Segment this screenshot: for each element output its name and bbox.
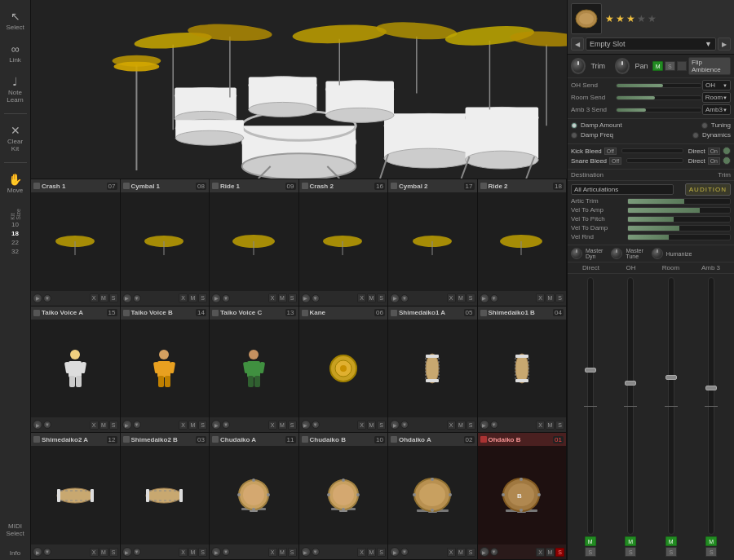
pad-ride2-image[interactable]	[478, 192, 567, 291]
pad-tvC-image[interactable]	[210, 320, 298, 418]
cymbal1-s-btn[interactable]: S	[198, 293, 207, 302]
amb3-fader[interactable]	[708, 277, 714, 535]
crash2-s-btn[interactable]: S	[377, 293, 386, 302]
ohdB-x-btn[interactable]: X	[536, 548, 545, 557]
kick-bleed-fader[interactable]	[621, 148, 683, 153]
room-fader[interactable]	[668, 277, 674, 535]
pad-ride1-image[interactable]	[210, 192, 298, 291]
kick-bleed-off-btn[interactable]: Off	[604, 148, 617, 155]
shime2a-down-btn[interactable]: ▼	[43, 548, 51, 556]
pad-chudA-image[interactable]	[210, 446, 298, 545]
ohdA-x-btn[interactable]: X	[447, 548, 456, 557]
shime2a-x-btn[interactable]: X	[90, 548, 99, 557]
chudA-x-btn[interactable]: X	[268, 548, 277, 557]
pad-shime1b-image[interactable]	[478, 320, 567, 418]
ride1-s-btn[interactable]: S	[288, 293, 297, 302]
ohdA-play-btn[interactable]: ▶	[390, 547, 400, 557]
oh-fader[interactable]	[627, 277, 634, 535]
kane-down-btn[interactable]: ▼	[312, 421, 320, 429]
direct-s-btn[interactable]: S	[585, 547, 596, 557]
kit-size-22[interactable]: 22	[10, 238, 21, 247]
master-dyn-knob[interactable]	[571, 248, 582, 259]
sidebar-item-link[interactable]: ∞ Link	[2, 39, 29, 67]
ohdB-down-btn[interactable]: ▼	[490, 548, 498, 556]
pad-ohdA-image[interactable]	[388, 446, 477, 545]
pad-tvB-image[interactable]	[121, 320, 210, 418]
shime1b-down-btn[interactable]: ▼	[490, 421, 498, 429]
pan-knob[interactable]	[615, 58, 630, 74]
tvB-m-btn[interactable]: M	[188, 421, 197, 430]
crash1-s-btn[interactable]: S	[109, 293, 118, 302]
ohdA-m-btn[interactable]: M	[457, 548, 466, 557]
pad-crash1-image[interactable]	[31, 192, 120, 291]
sidebar-item-select[interactable]: ↖ Select	[2, 7, 29, 34]
sidebar-item-note-learn[interactable]: ♩ NoteLearn	[2, 72, 29, 107]
amb3-send-dest[interactable]: Amb3 ▼	[702, 104, 731, 115]
oh-send-fader[interactable]	[616, 83, 702, 88]
cymbal2-down-btn[interactable]: ▼	[400, 294, 409, 302]
amb3-m-btn[interactable]: M	[705, 536, 717, 546]
kane-x-btn[interactable]: X	[357, 421, 366, 430]
tvB-down-btn[interactable]: ▼	[133, 421, 141, 429]
tvC-x-btn[interactable]: X	[268, 421, 277, 430]
room-send-dest[interactable]: Room ▼	[702, 92, 731, 103]
vel-amp-bar[interactable]	[627, 207, 731, 214]
kane-s-btn[interactable]: S	[377, 421, 386, 430]
room-s-btn[interactable]: S	[665, 547, 677, 557]
room-m-btn[interactable]: M	[665, 536, 677, 546]
tuning-radio[interactable]	[701, 122, 708, 129]
ride1-m-btn[interactable]: M	[278, 293, 287, 302]
kane-play-btn[interactable]: ▶	[301, 420, 311, 430]
shime2a-m-btn[interactable]: M	[99, 548, 108, 557]
ride1-x-btn[interactable]: X	[268, 293, 277, 302]
chudB-play-btn[interactable]: ▶	[301, 547, 311, 557]
humanize-knob[interactable]	[652, 248, 663, 259]
cymbal1-play-btn[interactable]: ▶	[122, 293, 132, 303]
oh-s-btn[interactable]: S	[625, 547, 636, 557]
m-button[interactable]: M	[652, 61, 663, 71]
vel-rnd-bar[interactable]	[627, 234, 731, 240]
shime1b-s-btn[interactable]: S	[555, 421, 564, 430]
cymbal2-s-btn[interactable]: S	[466, 293, 475, 302]
trim-knob[interactable]	[571, 58, 586, 74]
shime2b-m-btn[interactable]: M	[188, 548, 197, 557]
chudB-x-btn[interactable]: X	[357, 548, 366, 557]
pad-cymbal2-image[interactable]	[388, 192, 477, 291]
pad-chudB-image[interactable]	[299, 446, 388, 545]
tvB-play-btn[interactable]: ▶	[122, 420, 132, 430]
ride2-m-btn[interactable]: M	[546, 293, 555, 302]
cymbal2-x-btn[interactable]: X	[447, 293, 456, 302]
sidebar-item-clear-kit[interactable]: ✕ ClearKit	[2, 121, 29, 156]
rp-prev-btn[interactable]: ◀	[571, 37, 584, 51]
vel-damp-bar[interactable]	[627, 225, 731, 231]
kick-bleed-on-btn[interactable]: On	[708, 148, 720, 155]
crash2-m-btn[interactable]: M	[367, 293, 376, 302]
crash1-down-btn[interactable]: ▼	[43, 294, 51, 302]
oh-send-dest[interactable]: OH ▼	[702, 80, 731, 90]
tvA-s-btn[interactable]: S	[109, 421, 118, 430]
chudB-m-btn[interactable]: M	[367, 548, 376, 557]
sidebar-item-info[interactable]: Info	[2, 545, 29, 560]
chudA-down-btn[interactable]: ▼	[222, 548, 230, 556]
chudB-down-btn[interactable]: ▼	[312, 548, 320, 556]
pad-kane-image[interactable]	[299, 320, 388, 418]
kit-size-32[interactable]: 32	[10, 247, 21, 256]
direct-m-btn[interactable]: M	[585, 536, 596, 546]
amb3-s-btn[interactable]: S	[705, 547, 717, 557]
shime2b-play-btn[interactable]: ▶	[122, 547, 132, 557]
tvA-x-btn[interactable]: X	[90, 421, 99, 430]
room-send-fader[interactable]	[616, 95, 702, 100]
tvC-s-btn[interactable]: S	[288, 421, 297, 430]
kit-size-10[interactable]: 10	[10, 220, 21, 229]
shime1a-m-btn[interactable]: M	[457, 421, 466, 430]
shime2b-x-btn[interactable]: X	[179, 548, 188, 557]
cymbal1-m-btn[interactable]: M	[188, 293, 197, 302]
crash1-x-btn[interactable]: X	[90, 293, 99, 302]
tvB-s-btn[interactable]: S	[198, 421, 207, 430]
snare-bleed-knob[interactable]	[723, 157, 731, 165]
ride2-play-btn[interactable]: ▶	[480, 293, 489, 303]
pad-shime1a-image[interactable]	[388, 320, 477, 418]
rp-slot-dropdown[interactable]: Empty Slot ▼	[586, 37, 716, 51]
shime2b-down-btn[interactable]: ▼	[133, 548, 141, 556]
oh-m-btn[interactable]: M	[625, 536, 636, 546]
